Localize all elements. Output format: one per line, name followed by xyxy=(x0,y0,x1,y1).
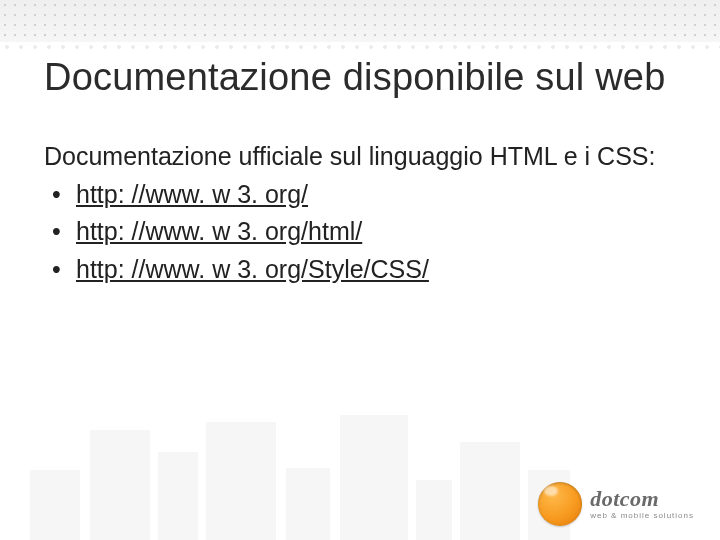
link-list: http: //www. w 3. org/ http: //www. w 3.… xyxy=(44,176,676,289)
logo-brand: dotcom xyxy=(590,488,694,510)
list-item: http: //www. w 3. org/ xyxy=(48,176,676,214)
intro-text: Documentazione ufficiale sul linguaggio … xyxy=(44,141,676,172)
list-item: http: //www. w 3. org/Style/CSS/ xyxy=(48,251,676,289)
logo: dotcom web & mobile solutions xyxy=(538,482,694,526)
link-w3-css[interactable]: http: //www. w 3. org/Style/CSS/ xyxy=(76,255,429,283)
logo-text: dotcom web & mobile solutions xyxy=(590,488,694,520)
logo-tagline: web & mobile solutions xyxy=(590,512,694,520)
list-item: http: //www. w 3. org/html/ xyxy=(48,213,676,251)
link-w3-html[interactable]: http: //www. w 3. org/html/ xyxy=(76,217,362,245)
logo-mark-icon xyxy=(538,482,582,526)
slide-title: Documentazione disponibile sul web xyxy=(44,56,676,99)
link-w3-root[interactable]: http: //www. w 3. org/ xyxy=(76,180,308,208)
